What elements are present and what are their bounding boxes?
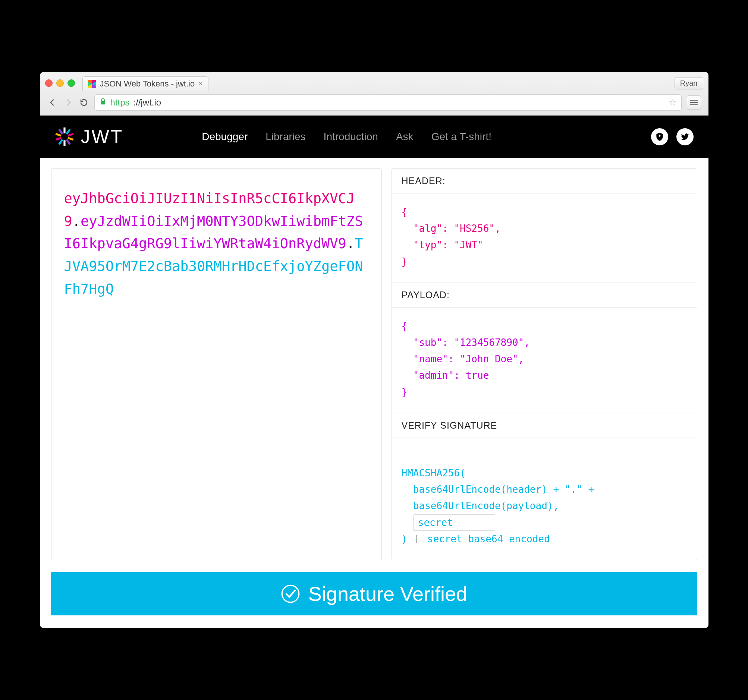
sig-line-3: base64UrlEncode(payload), [401, 500, 559, 512]
favicon-icon [88, 80, 96, 88]
window-controls [45, 79, 75, 87]
menu-button[interactable] [687, 96, 701, 109]
svg-rect-7 [55, 133, 61, 137]
svg-rect-1 [63, 140, 65, 146]
forward-button[interactable] [63, 97, 73, 108]
nav-debugger[interactable]: Debugger [202, 131, 248, 143]
sig-close: ) [401, 531, 413, 547]
encoded-token[interactable]: eyJhbGciOiJIUzI1NiIsInR5cCI6IkpXVCJ9.eyJ… [64, 187, 369, 301]
header-section-title: HEADER: [392, 169, 697, 193]
close-window-icon[interactable] [45, 79, 53, 87]
svg-rect-0 [63, 128, 65, 134]
maximize-window-icon[interactable] [67, 79, 75, 87]
token-dot: . [72, 213, 81, 229]
svg-rect-9 [58, 129, 63, 135]
svg-rect-8 [65, 139, 70, 145]
logo[interactable]: JWT [55, 126, 124, 147]
lock-icon [99, 98, 106, 107]
main-content: eyJhbGciOiJIUzI1NiIsInR5cCI6IkpXVCJ9.eyJ… [40, 158, 708, 628]
secret-base64-checkbox[interactable] [416, 535, 424, 543]
payload-json[interactable]: { "sub": "1234567890", "name": "John Doe… [392, 308, 697, 413]
check-circle-icon [281, 584, 300, 603]
secret-base64-label: secret base64 encoded [427, 531, 550, 547]
sig-line-1: HMACSHA256( [401, 468, 466, 478]
back-button[interactable] [47, 97, 58, 108]
site-header: JWT Debugger Libraries Introduction Ask … [40, 115, 708, 158]
logo-icon [55, 127, 74, 146]
svg-rect-3 [58, 139, 63, 145]
browser-tab[interactable]: JSON Web Tokens - jwt.io × [82, 76, 208, 91]
url-rest: ://jwt.io [134, 97, 161, 108]
decoded-panel: HEADER: { "alg": "HS256", "typ": "JWT" }… [392, 169, 697, 560]
nav-ask[interactable]: Ask [396, 131, 414, 143]
tab-close-icon[interactable]: × [198, 79, 203, 88]
token-payload-segment: eyJzdWIiOiIxMjM0NTY3ODkwIiwibmFtZSI6Ikpv… [64, 213, 363, 252]
nav-introduction[interactable]: Introduction [324, 131, 378, 143]
logo-text: JWT [81, 126, 124, 147]
svg-rect-6 [67, 137, 73, 141]
main-nav: Debugger Libraries Introduction Ask Get … [202, 131, 491, 143]
verify-text: Signature Verified [309, 582, 467, 605]
reload-button[interactable] [79, 97, 89, 108]
sig-line-2: base64UrlEncode(header) + "." + [401, 484, 594, 495]
url-scheme: https [110, 97, 130, 108]
verify-banner: Signature Verified [51, 572, 697, 615]
address-bar[interactable]: https://jwt.io ☆ [94, 94, 682, 111]
bookmark-star-icon[interactable]: ☆ [669, 97, 677, 108]
tab-title: JSON Web Tokens - jwt.io [100, 79, 195, 89]
profile-chip[interactable]: Ryan [675, 77, 703, 90]
browser-window: JSON Web Tokens - jwt.io × Ryan [40, 72, 708, 628]
svg-rect-2 [65, 129, 70, 135]
token-dot: . [347, 235, 354, 252]
minimize-window-icon[interactable] [56, 79, 64, 87]
secret-input[interactable] [413, 515, 495, 531]
encoded-panel: eyJhbGciOiJIUzI1NiIsInR5cCI6IkpXVCJ9.eyJ… [51, 169, 382, 560]
signature-section-title: VERIFY SIGNATURE [392, 413, 697, 438]
svg-point-10 [282, 585, 299, 602]
payload-section-title: PAYLOAD: [392, 283, 697, 308]
shield-icon[interactable] [651, 128, 668, 145]
browser-chrome: JSON Web Tokens - jwt.io × Ryan [40, 72, 708, 115]
nav-tshirt[interactable]: Get a T-shirt! [432, 131, 491, 143]
svg-rect-5 [55, 137, 61, 141]
header-json[interactable]: { "alg": "HS256", "typ": "JWT" } [392, 193, 697, 283]
nav-libraries[interactable]: Libraries [266, 131, 306, 143]
svg-rect-4 [67, 133, 73, 137]
signature-body: HMACSHA256( base64UrlEncode(header) + ".… [392, 438, 697, 560]
twitter-icon[interactable] [677, 128, 693, 145]
